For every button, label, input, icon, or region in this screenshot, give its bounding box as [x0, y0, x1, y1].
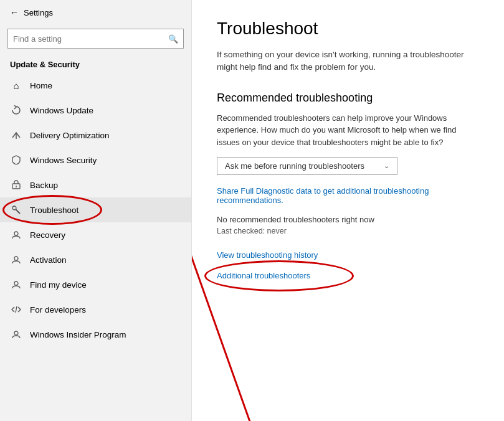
last-checked-text: Last checked: never: [217, 227, 479, 235]
sidebar-item-recovery[interactable]: Recovery: [0, 222, 191, 247]
delivery-icon: [10, 129, 22, 141]
insider-icon: [10, 328, 22, 341]
recovery-icon: [10, 229, 22, 241]
troubleshoot-dropdown[interactable]: Ask me before running troubleshooters ⌄: [217, 157, 397, 175]
sidebar: ← Settings 🔍 Update & Security ⌂ Home Wi…: [0, 0, 192, 421]
main-content: Troubleshoot If something on your device…: [192, 0, 504, 421]
dropdown-value: Ask me before running troubleshooters: [225, 161, 364, 171]
find-device-icon: [10, 278, 22, 291]
home-icon: ⌂: [10, 79, 22, 92]
status-text: No recommended troubleshooters right now: [217, 215, 479, 224]
page-title: Troubleshoot: [217, 19, 479, 39]
sidebar-item-label: Windows Insider Program: [30, 330, 126, 339]
rec-section-heading: Recommended troubleshooting: [217, 92, 479, 105]
sidebar-item-label: For developers: [30, 305, 86, 315]
search-icon: 🔍: [168, 34, 178, 44]
activation-icon: [10, 253, 22, 266]
sidebar-item-label: Backup: [30, 181, 58, 190]
sidebar-item-troubleshoot[interactable]: Troubleshoot: [0, 197, 191, 222]
sidebar-item-windows-security[interactable]: Windows Security: [0, 148, 191, 173]
sidebar-item-label: Activation: [30, 255, 67, 265]
sidebar-item-delivery-optimization[interactable]: Delivery Optimization: [0, 123, 191, 148]
sidebar-item-label: Troubleshoot: [30, 206, 78, 215]
sidebar-item-label: Windows Update: [30, 106, 93, 115]
developers-icon: [10, 303, 22, 316]
svg-point-6: [14, 257, 18, 260]
sidebar-item-activation[interactable]: Activation: [0, 247, 191, 272]
svg-point-5: [14, 232, 18, 235]
sidebar-item-label: Home: [30, 81, 52, 90]
nav-list: ⌂ Home Windows Update Delivery Optimizat…: [0, 73, 191, 421]
diagnostic-link[interactable]: Share Full Diagnostic data to get additi…: [217, 186, 479, 205]
sidebar-item-find-my-device[interactable]: Find my device: [0, 272, 191, 297]
svg-line-4: [16, 210, 21, 214]
sidebar-item-label: Delivery Optimization: [30, 131, 110, 140]
sidebar-title-bar: ← Settings: [0, 0, 191, 25]
back-button[interactable]: ←: [10, 7, 19, 17]
sidebar-title: Settings: [24, 8, 53, 17]
chevron-down-icon: ⌄: [384, 162, 389, 170]
section-label: Update & Security: [0, 52, 191, 73]
sidebar-item-windows-insider[interactable]: Windows Insider Program: [0, 322, 191, 347]
sidebar-item-for-developers[interactable]: For developers: [0, 297, 191, 322]
sidebar-item-windows-update[interactable]: Windows Update: [0, 98, 191, 123]
svg-point-7: [14, 281, 18, 285]
sidebar-item-label: Windows Security: [30, 156, 97, 165]
additional-troubleshooters-link[interactable]: Additional troubleshooters: [217, 271, 310, 280]
sidebar-item-home[interactable]: ⌂ Home: [0, 73, 191, 98]
rec-description: Recommended troubleshooters can help imp…: [217, 112, 479, 149]
sidebar-item-backup[interactable]: Backup: [0, 173, 191, 197]
backup-icon: [10, 179, 22, 191]
sidebar-item-label: Find my device: [30, 280, 87, 290]
security-icon: [10, 154, 22, 166]
search-input[interactable]: [13, 34, 164, 44]
search-box[interactable]: 🔍: [7, 29, 184, 49]
additional-troubleshooters-wrapper: Additional troubleshooters: [217, 271, 310, 280]
search-box-wrapper: 🔍: [0, 25, 191, 52]
page-description: If something on your device isn't workin…: [217, 49, 478, 74]
troubleshoot-icon: [10, 204, 22, 216]
update-icon: [10, 104, 22, 116]
svg-line-8: [16, 306, 17, 313]
svg-point-3: [12, 206, 16, 210]
sidebar-item-label: Recovery: [30, 230, 65, 240]
svg-point-9: [14, 331, 18, 335]
view-history-link[interactable]: View troubleshooting history: [217, 250, 479, 260]
